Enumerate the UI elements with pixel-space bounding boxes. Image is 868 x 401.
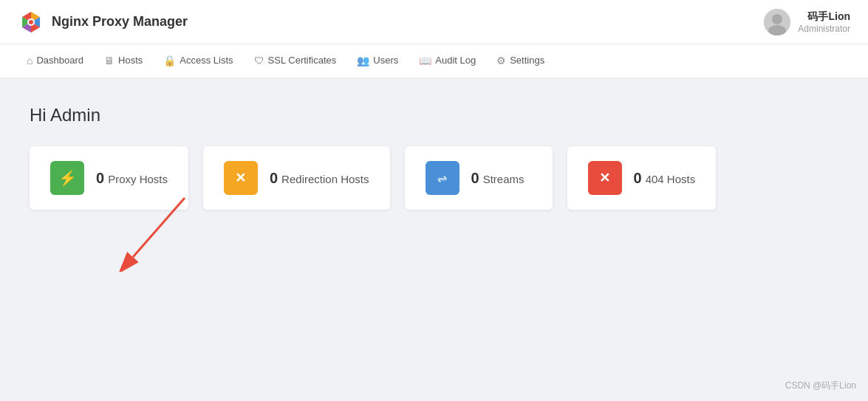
streams-icon-box: ⇌	[426, 161, 459, 195]
main-content: Hi Admin ⚡ 0 Proxy Hosts ✕ 0 Redirection…	[0, 78, 868, 236]
nav-item-dashboard-label: Dashboard	[36, 55, 83, 66]
nav-item-users[interactable]: 👥 Users	[348, 44, 407, 78]
redirection-hosts-icon-box: ✕	[224, 161, 258, 195]
404-hosts-label: 404 Hosts	[646, 173, 696, 185]
proxy-hosts-icon: ⚡	[58, 169, 77, 187]
user-role: Administrator	[798, 24, 850, 34]
nav-item-audit-log[interactable]: 📖 Audit Log	[410, 44, 485, 78]
nav-item-access-lists-label: Access Lists	[180, 55, 233, 66]
404-hosts-icon: ✕	[599, 170, 610, 186]
streams-icon: ⇌	[437, 171, 447, 185]
redirection-hosts-text: 0 Redirection Hosts	[270, 170, 369, 187]
404-hosts-count: 0	[634, 170, 642, 187]
404-hosts-card[interactable]: ✕ 0 404 Hosts	[567, 146, 717, 210]
users-icon: 👥	[357, 55, 369, 66]
streams-count: 0	[471, 170, 479, 187]
dashboard-icon: ⌂	[27, 55, 33, 66]
settings-icon: ⚙	[496, 55, 506, 66]
redirection-hosts-card[interactable]: ✕ 0 Redirection Hosts	[203, 146, 390, 210]
app-logo-icon	[18, 9, 44, 35]
proxy-hosts-text: 0 Proxy Hosts	[96, 170, 168, 187]
main-nav: ⌂ Dashboard 🖥 Hosts 🔒 Access Lists 🛡 SSL…	[0, 44, 868, 78]
watermark: CSDN @码手Lion	[785, 380, 856, 392]
404-hosts-icon-box: ✕	[588, 161, 622, 195]
greeting: Hi Admin	[30, 105, 838, 126]
logo-area: Nginx Proxy Manager	[18, 9, 188, 35]
svg-point-4	[772, 14, 782, 24]
redirection-hosts-icon: ✕	[235, 170, 246, 186]
avatar	[764, 9, 790, 35]
streams-card[interactable]: ⇌ 0 Streams	[405, 146, 553, 210]
svg-point-2	[29, 20, 33, 24]
nav-item-settings[interactable]: ⚙ Settings	[488, 44, 553, 78]
user-info: 码手Lion Administrator	[798, 10, 850, 34]
audit-log-icon: 📖	[419, 55, 431, 66]
hosts-icon: 🖥	[104, 55, 115, 66]
proxy-hosts-label: Proxy Hosts	[108, 173, 168, 185]
nav-item-ssl-certificates[interactable]: 🛡 SSL Certificates	[245, 44, 346, 78]
access-lists-icon: 🔒	[163, 55, 176, 66]
header: Nginx Proxy Manager 码手Lion Administrator	[0, 0, 868, 44]
streams-text: 0 Streams	[471, 170, 524, 187]
nav-item-ssl-label: SSL Certificates	[268, 55, 337, 66]
nav-item-access-lists[interactable]: 🔒 Access Lists	[154, 44, 242, 78]
nav-item-hosts[interactable]: 🖥 Hosts	[95, 44, 151, 78]
nav-item-dashboard[interactable]: ⌂ Dashboard	[18, 44, 92, 78]
cards-row: ⚡ 0 Proxy Hosts ✕ 0 Redirection Hosts ⇌ …	[30, 146, 838, 210]
nav-item-users-label: Users	[373, 55, 398, 66]
nav-item-audit-log-label: Audit Log	[435, 55, 476, 66]
404-hosts-text: 0 404 Hosts	[634, 170, 696, 187]
proxy-hosts-count: 0	[96, 170, 104, 187]
redirection-hosts-label: Redirection Hosts	[281, 173, 369, 185]
app-title: Nginx Proxy Manager	[52, 14, 188, 30]
user-area: 码手Lion Administrator	[764, 9, 850, 35]
streams-label: Streams	[483, 173, 524, 185]
user-name: 码手Lion	[798, 10, 850, 24]
nav-item-settings-label: Settings	[510, 55, 544, 66]
proxy-hosts-card[interactable]: ⚡ 0 Proxy Hosts	[30, 146, 188, 210]
redirection-hosts-count: 0	[270, 170, 278, 187]
proxy-hosts-icon-box: ⚡	[50, 161, 84, 195]
ssl-icon: 🛡	[254, 55, 264, 66]
nav-item-hosts-label: Hosts	[118, 55, 143, 66]
